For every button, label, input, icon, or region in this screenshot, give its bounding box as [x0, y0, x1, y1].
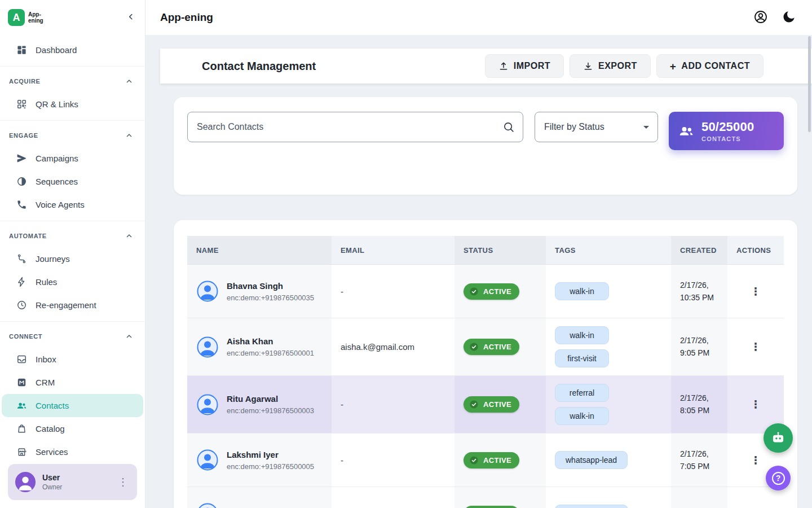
- tag-chip: whatsapp-lead: [555, 451, 628, 469]
- column-header-actions: ACTIONS: [727, 236, 784, 264]
- app-header: App-ening: [145, 0, 812, 35]
- row-actions-button[interactable]: ⋮: [745, 452, 767, 469]
- user-card[interactable]: User Owner ⋮: [8, 464, 137, 500]
- column-header-tags: TAGS: [546, 236, 671, 264]
- cell-status: ACTIVE: [454, 318, 546, 375]
- contact-avatar-icon: [196, 336, 219, 358]
- user-info: User Owner: [42, 473, 62, 491]
- sidebar-item-rules[interactable]: Rules: [0, 270, 145, 294]
- created-date: 2/17/26,: [680, 335, 709, 346]
- sidebar-item-re-engagement[interactable]: Re-engagement: [0, 294, 145, 317]
- question-icon: ?: [772, 472, 785, 485]
- sidebar-item-label: CRM: [36, 378, 55, 387]
- sidebar-item-label: QR & Links: [36, 99, 78, 109]
- main-content: Contact Management IMPORT EXPORT + ADD C…: [145, 35, 812, 508]
- sidebar-item-crm[interactable]: CRM: [0, 371, 145, 394]
- status-label: ACTIVE: [483, 400, 511, 409]
- sidebar-item-inbox[interactable]: Inbox: [0, 348, 145, 371]
- cell-tags: walk-in: [546, 265, 671, 318]
- dashboard-icon: [16, 45, 27, 55]
- sidebar-item-voice-agents[interactable]: Voice Agents: [0, 193, 145, 216]
- cell-name: Bhavna Singhenc:demo:+919876500035: [187, 265, 332, 318]
- row-actions-button[interactable]: ⋮: [745, 396, 767, 413]
- contacts-icon: [16, 400, 27, 411]
- chevron-up-icon: [125, 332, 134, 341]
- status-label: ACTIVE: [483, 287, 511, 296]
- cell-tags: referralwalk-in: [546, 376, 671, 433]
- contact-email: -: [341, 456, 343, 465]
- search-card: Filter by Status 50/25000 CONTACTS: [174, 97, 797, 195]
- sidebar-section-automate[interactable]: AUTOMATE: [0, 225, 145, 247]
- add-contact-button[interactable]: + ADD CONTACT: [656, 54, 764, 78]
- contact-avatar-icon: [196, 449, 219, 471]
- search-input[interactable]: [197, 122, 502, 132]
- cell-actions: ⋮: [727, 265, 784, 318]
- contact-avatar-icon: [196, 280, 219, 303]
- section-title: ACQUIRE: [9, 78, 41, 85]
- sidebar-item-services[interactable]: Services: [0, 440, 145, 458]
- row-actions-button[interactable]: ⋮: [745, 505, 767, 508]
- reengagement-icon: [16, 300, 27, 310]
- voice-icon: [16, 199, 27, 210]
- chevron-down-icon: [639, 120, 653, 134]
- qr-icon: [16, 99, 27, 110]
- tag-chip: walk-in: [555, 326, 609, 344]
- contact-email: aisha.k@gmail.com: [341, 342, 414, 352]
- import-label: IMPORT: [514, 61, 550, 71]
- sidebar-item-label: Voice Agents: [36, 200, 85, 209]
- column-header-created: CREATED: [671, 236, 727, 264]
- app-window: A App- ening DashboardACQUIREQR & LinksE…: [0, 0, 812, 508]
- collapse-sidebar-button[interactable]: [126, 12, 136, 24]
- contact-name: Aisha Khan: [227, 336, 314, 346]
- logo-text: App- ening: [28, 11, 43, 24]
- row-actions-button[interactable]: ⋮: [745, 283, 767, 300]
- inbox-icon: [16, 354, 27, 365]
- app-logo[interactable]: A App- ening: [8, 9, 43, 26]
- cell-email: -: [332, 433, 454, 487]
- status-filter-label: Filter by Status: [544, 122, 604, 132]
- toolbar-actions: IMPORT EXPORT + ADD CONTACT: [485, 54, 764, 78]
- sidebar-item-label: Re-engagement: [36, 300, 96, 310]
- status-label: ACTIVE: [483, 456, 511, 465]
- sidebar-nav: DashboardACQUIREQR & LinksENGAGECampaign…: [0, 35, 145, 458]
- sidebar-item-sequences[interactable]: Sequences: [0, 170, 145, 193]
- dark-mode-button[interactable]: [782, 10, 796, 26]
- account-button[interactable]: [753, 10, 768, 26]
- sidebar-section-block: AUTOMATEJourneysRulesRe-engagement: [0, 221, 145, 322]
- sidebar-section-acquire[interactable]: ACQUIRE: [0, 70, 145, 93]
- scrollbar-thumb[interactable]: [808, 36, 811, 132]
- export-label: EXPORT: [598, 61, 637, 71]
- tag-chip: first-visit: [555, 349, 609, 367]
- help-fab[interactable]: ?: [766, 466, 791, 491]
- sidebar-section-connect[interactable]: CONNECT: [0, 325, 145, 348]
- user-menu-button[interactable]: ⋮: [113, 472, 133, 492]
- row-actions-button[interactable]: ⋮: [745, 338, 767, 356]
- sidebar-item-catalog[interactable]: Catalog: [0, 417, 145, 440]
- table-header: NAMEEMAILSTATUSTAGSCREATEDACTIONS: [187, 236, 784, 265]
- sidebar-item-label: Services: [36, 447, 68, 457]
- sidebar-item-qr-links[interactable]: QR & Links: [0, 93, 145, 116]
- status-filter-select[interactable]: Filter by Status: [535, 112, 658, 142]
- sidebar: A App- ening DashboardACQUIREQR & LinksE…: [0, 0, 145, 508]
- sidebar-section-engage[interactable]: ENGAGE: [0, 124, 145, 147]
- column-header-name: NAME: [187, 236, 332, 264]
- created-time: 8:05 PM: [680, 405, 709, 416]
- sidebar-item-contacts[interactable]: Contacts: [2, 394, 143, 417]
- created-date: 2/17/26,: [680, 280, 709, 291]
- sidebar-item-campaigns[interactable]: Campaigns: [0, 147, 145, 170]
- table-row: Jyoti RawatACTIVEcampaign-lead2/17/26⋮: [187, 487, 784, 508]
- page-toolbar: Contact Management IMPORT EXPORT + ADD C…: [160, 49, 812, 84]
- sidebar-section-block: Dashboard: [0, 35, 145, 67]
- add-contact-label: ADD CONTACT: [681, 61, 750, 71]
- sidebar-item-journeys[interactable]: Journeys: [0, 247, 145, 270]
- contact-email: -: [341, 287, 343, 296]
- sidebar-item-dashboard[interactable]: Dashboard: [0, 38, 145, 62]
- sidebar-item-label: Inbox: [36, 354, 56, 364]
- rules-icon: [16, 277, 27, 287]
- cell-status: ACTIVE: [454, 376, 546, 433]
- tag-chip: walk-in: [555, 407, 609, 425]
- import-button[interactable]: IMPORT: [485, 54, 564, 78]
- chevron-up-icon: [125, 77, 134, 86]
- chat-assistant-fab[interactable]: [764, 423, 793, 453]
- export-button[interactable]: EXPORT: [570, 54, 651, 78]
